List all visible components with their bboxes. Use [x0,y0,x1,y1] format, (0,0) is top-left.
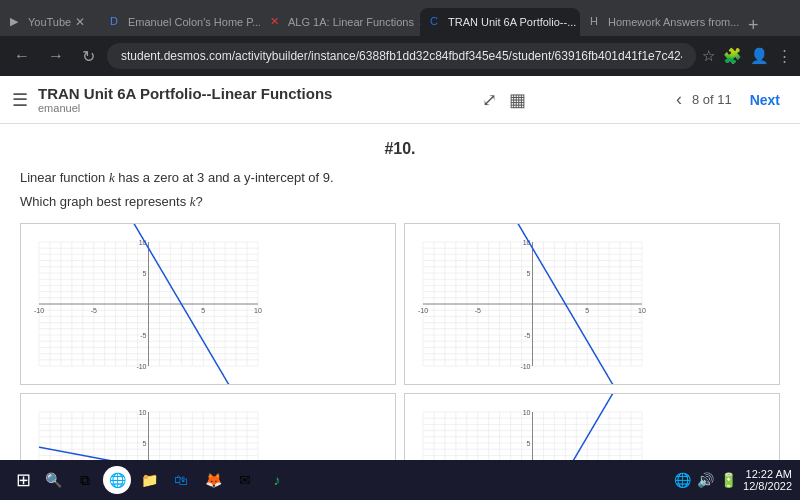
forward-button[interactable]: → [42,45,70,67]
clock: 12:22 AM 12/8/2022 [743,468,792,492]
tab-hw[interactable]: H Homework Answers from... ✕ [580,8,740,36]
page-indicator: 8 of 11 [692,92,732,107]
question-line2: Which graph best represents k? [20,192,780,212]
app-user: emanuel [38,102,332,114]
back-button[interactable]: ← [8,45,36,67]
mail-taskbar[interactable]: ✉ [231,466,259,494]
graph-1[interactable] [20,223,396,385]
tab-hw-label: Homework Answers from... [608,16,739,28]
tab-youtube-close[interactable]: ✕ [75,15,85,29]
tab-home-label: Emanuel Colon's Home P... [128,16,260,28]
youtube-favicon: ▶ [10,15,24,29]
prev-page-button[interactable]: ‹ [676,89,682,110]
search-taskbar[interactable]: 🔍 [39,466,67,494]
tab-alg-label: ALG 1A: Linear Functions [288,16,414,28]
tran-favicon: C [430,15,444,29]
files-taskbar[interactable]: 📁 [135,466,163,494]
new-tab-button[interactable]: + [740,15,767,36]
tab-tran-label: TRAN Unit 6A Portfolio--... [448,16,576,28]
chrome-taskbar[interactable]: 🌐 [103,466,131,494]
question-line1: Linear function k has a zero at 3 and a … [20,168,780,188]
address-bar[interactable] [107,43,696,69]
tab-alg[interactable]: ✕ ALG 1A: Linear Functions ✕ [260,8,420,36]
tab-youtube[interactable]: ▶ YouTube ✕ [0,8,100,36]
extensions-icon[interactable]: 🧩 [723,47,742,65]
hamburger-menu-icon[interactable]: ☰ [12,89,28,111]
volume-icon[interactable]: 🔊 [697,472,714,488]
spotify-taskbar[interactable]: ♪ [263,466,291,494]
expand-icon[interactable]: ⤢ [482,89,497,111]
settings-icon[interactable]: ⋮ [777,47,792,65]
bookmark-icon[interactable]: ☆ [702,47,715,65]
question-number: #10. [20,140,780,158]
alg-favicon: ✕ [270,15,284,29]
network-icon[interactable]: 🌐 [674,472,691,488]
tab-home[interactable]: D Emanuel Colon's Home P... ✕ [100,8,260,36]
tab-tran[interactable]: C TRAN Unit 6A Portfolio--... ✕ [420,8,580,36]
start-button[interactable]: ⊞ [8,465,39,495]
reload-button[interactable]: ↻ [76,45,101,68]
tab-youtube-label: YouTube [28,16,71,28]
taskview-button[interactable]: ⧉ [71,466,99,494]
app-title: TRAN Unit 6A Portfolio--Linear Functions [38,85,332,102]
calculator-icon[interactable]: ▦ [509,89,526,111]
time-display: 12:22 AM [743,468,792,480]
graph-2[interactable] [404,223,780,385]
profile-icon[interactable]: 👤 [750,47,769,65]
battery-icon[interactable]: 🔋 [720,472,737,488]
graph-4[interactable] [404,393,780,460]
graphs-grid [20,223,780,460]
date-display: 12/8/2022 [743,480,792,492]
home-favicon: D [110,15,124,29]
store-taskbar[interactable]: 🛍 [167,466,195,494]
hw-favicon: H [590,15,604,29]
graph-3[interactable] [20,393,396,460]
next-button[interactable]: Next [742,88,788,112]
firefox-taskbar[interactable]: 🦊 [199,466,227,494]
